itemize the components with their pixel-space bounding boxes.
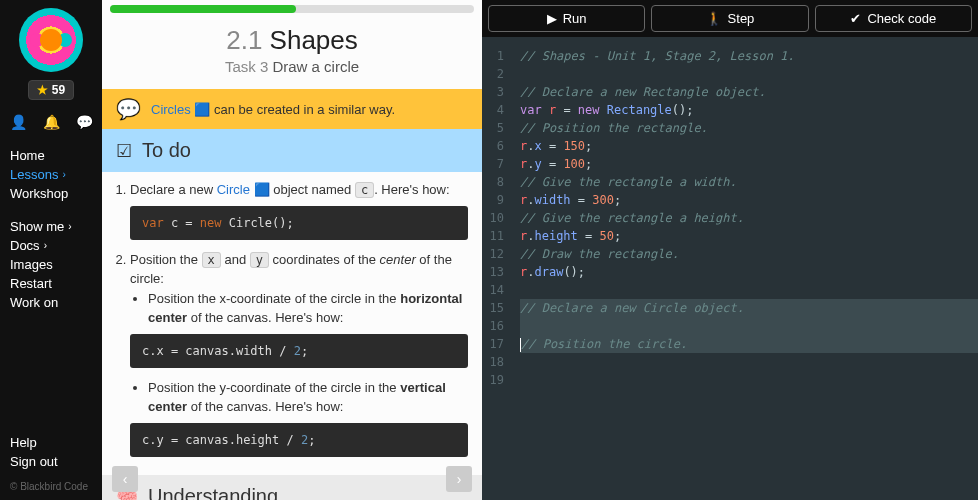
check-icon: ✔ xyxy=(850,11,861,26)
step-2: Position the x and y coordinates of the … xyxy=(130,250,468,457)
lesson-title: 2.1 Shapes xyxy=(102,25,482,56)
code-line[interactable]: r.width = 300; xyxy=(520,191,978,209)
hint-bar: 💬 Circles 🟦 can be created in a similar … xyxy=(102,89,482,129)
nav-item-images[interactable]: Images xyxy=(10,255,92,274)
points-value: 59 xyxy=(52,83,65,97)
app-logo[interactable] xyxy=(19,8,83,72)
todo-header[interactable]: ☑ To do xyxy=(102,129,482,172)
bullet-2: Position the y-coordinate of the circle … xyxy=(148,378,468,417)
nav-item-restart[interactable]: Restart xyxy=(10,274,92,293)
step-button[interactable]: 🚶Step xyxy=(651,5,808,32)
next-button[interactable]: › xyxy=(446,466,472,492)
code-line[interactable]: // Draw the rectangle. xyxy=(520,245,978,263)
prev-button[interactable]: ‹ xyxy=(112,466,138,492)
code-line[interactable]: r.height = 50; xyxy=(520,227,978,245)
hint-text: can be created in a similar way. xyxy=(214,102,395,117)
code-lines[interactable]: // Shapes - Unit 1, Stage 2, Lesson 1. /… xyxy=(512,37,978,500)
code-line[interactable]: // Give the rectangle a width. xyxy=(520,173,978,191)
checkbox-icon: ☑ xyxy=(116,140,132,162)
run-button[interactable]: ▶Run xyxy=(488,5,645,32)
speech-icon: 💬 xyxy=(116,97,141,121)
code-line[interactable] xyxy=(520,317,978,335)
check-button[interactable]: ✔Check code xyxy=(815,5,972,32)
code-line[interactable] xyxy=(520,281,978,299)
code-editor[interactable]: 12345678910111213141516171819 // Shapes … xyxy=(482,37,978,500)
editor-pane: ▶Run 🚶Step ✔Check code 12345678910111213… xyxy=(482,0,978,500)
chat-icon[interactable]: 💬 xyxy=(76,114,93,130)
nav-item-workshop[interactable]: Workshop xyxy=(10,184,92,203)
key-c: c xyxy=(355,182,374,198)
bullet-1: Position the x-coordinate of the circle … xyxy=(148,289,468,328)
step-1: Declare a new Circle 🟦 object named c. H… xyxy=(130,180,468,240)
nav-item-sign-out[interactable]: Sign out xyxy=(10,452,92,471)
nav-main: HomeLessons›Workshop xyxy=(0,144,102,205)
code-line[interactable]: // Give the rectangle a height. xyxy=(520,209,978,227)
code-line[interactable]: // Position the circle. xyxy=(520,335,978,353)
code-line[interactable]: r.draw(); xyxy=(520,263,978,281)
code-line[interactable]: // Declare a new Circle object. xyxy=(520,299,978,317)
code-line[interactable]: r.x = 150; xyxy=(520,137,978,155)
nav-item-help[interactable]: Help xyxy=(10,433,92,452)
nav-item-home[interactable]: Home xyxy=(10,146,92,165)
key-x: x xyxy=(202,252,221,268)
user-icon[interactable]: 👤 xyxy=(10,114,27,130)
play-icon: ▶ xyxy=(547,11,557,26)
copyright: © Blackbird Code xyxy=(0,477,102,492)
nav-item-docs[interactable]: Docs› xyxy=(10,236,92,255)
chevron-right-icon: › xyxy=(68,221,71,232)
code-line[interactable]: r.y = 100; xyxy=(520,155,978,173)
sidebar: ★ 59 👤 🔔 💬 HomeLessons›Workshop Show me›… xyxy=(0,0,102,500)
line-gutter: 12345678910111213141516171819 xyxy=(482,37,512,500)
code-line[interactable] xyxy=(520,353,978,371)
hint-link[interactable]: Circles 🟦 xyxy=(151,102,210,117)
code-line[interactable]: // Position the rectangle. xyxy=(520,119,978,137)
points-badge[interactable]: ★ 59 xyxy=(28,80,74,100)
chevron-right-icon: › xyxy=(44,240,47,251)
walk-icon: 🚶 xyxy=(706,11,722,26)
chevron-right-icon: › xyxy=(62,169,65,180)
nav-item-work-on[interactable]: Work on xyxy=(10,293,92,312)
progress-fill xyxy=(110,5,296,13)
code-line[interactable] xyxy=(520,371,978,389)
nav-bottom: HelpSign out xyxy=(0,433,102,477)
code-line[interactable]: // Shapes - Unit 1, Stage 2, Lesson 1. xyxy=(520,47,978,65)
nav-secondary: Show me›Docs›ImagesRestartWork on xyxy=(0,215,102,314)
todo-steps: Declare a new Circle 🟦 object named c. H… xyxy=(102,172,482,475)
circle-link[interactable]: Circle 🟦 xyxy=(217,182,270,197)
code-line[interactable] xyxy=(520,65,978,83)
bell-icon[interactable]: 🔔 xyxy=(43,114,60,130)
toolbar: ▶Run 🚶Step ✔Check code xyxy=(482,0,978,37)
nav-item-lessons[interactable]: Lessons› xyxy=(10,165,92,184)
code-example-2: c.x = canvas.width / 2; xyxy=(130,334,468,368)
understanding-header[interactable]: 🧠 Understanding xyxy=(102,475,482,501)
star-icon: ★ xyxy=(37,83,48,97)
task-subtitle: Task 3 Draw a circle xyxy=(102,58,482,75)
progress-bar xyxy=(110,5,474,13)
code-example-1: var c = new Circle(); xyxy=(130,206,468,240)
nav-item-show-me[interactable]: Show me› xyxy=(10,217,92,236)
key-y: y xyxy=(250,252,269,268)
code-line[interactable]: // Declare a new Rectangle object. xyxy=(520,83,978,101)
code-example-3: c.y = canvas.height / 2; xyxy=(130,423,468,457)
code-line[interactable]: var r = new Rectangle(); xyxy=(520,101,978,119)
lesson-pane: 2.1 Shapes Task 3 Draw a circle 💬 Circle… xyxy=(102,0,482,500)
